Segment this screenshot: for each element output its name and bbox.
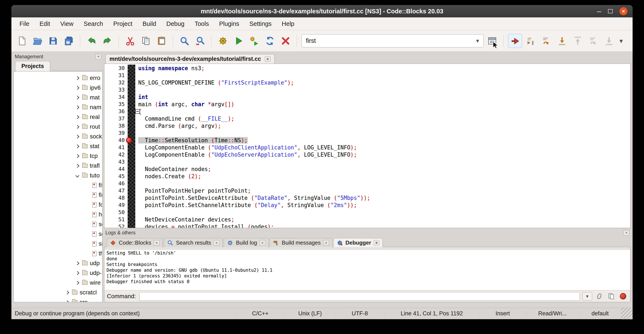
- menu-plugins[interactable]: Plugins: [214, 17, 244, 30]
- code-line-43[interactable]: 43: [104, 158, 630, 166]
- chevron-right-icon[interactable]: [65, 290, 69, 294]
- project-tree[interactable]: erroipv6matnamrealroutsockstattcptrafltu…: [14, 71, 102, 302]
- code-line-42[interactable]: 42 LogComponentEnable ("UdpEchoServerApp…: [104, 151, 630, 158]
- debug-continue-button[interactable]: [508, 34, 522, 48]
- menu-build[interactable]: Build: [138, 17, 161, 30]
- menu-edit[interactable]: Edit: [34, 17, 55, 30]
- breakpoint-margin[interactable]: [128, 151, 135, 158]
- logs-tab-search-results[interactable]: Search results×: [164, 238, 222, 247]
- logs-tab-code-blocks[interactable]: Code::Blocks×: [107, 238, 162, 247]
- tree-item-stat[interactable]: stat: [14, 141, 102, 151]
- menu-help[interactable]: Help: [277, 17, 300, 30]
- tree-item-rout[interactable]: rout: [14, 122, 102, 132]
- breakpoint-margin[interactable]: [128, 173, 135, 180]
- title-bar[interactable]: mnt/dev/tools/source/ns-3-dev/examples/t…: [12, 5, 632, 17]
- tree-item-he[interactable]: he: [14, 210, 102, 219]
- code-line-33[interactable]: 33: [104, 86, 630, 94]
- tab-close-icon[interactable]: ×: [374, 240, 379, 245]
- open-file-button[interactable]: [30, 34, 44, 48]
- code-line-32[interactable]: 32NS_LOG_COMPONENT_DEFINE ("FirstScriptE…: [104, 79, 630, 86]
- code-line-41[interactable]: 41 LogComponentEnable ("UdpEchoClientApp…: [104, 144, 630, 151]
- save-button[interactable]: [46, 34, 60, 48]
- tree-item-sock[interactable]: sock: [14, 132, 102, 141]
- tab-close-icon[interactable]: ×: [260, 240, 265, 245]
- chevron-right-icon[interactable]: [75, 86, 79, 90]
- debug-toolbar-more-button[interactable]: ▾: [618, 37, 624, 45]
- tree-item-wire[interactable]: wire: [14, 278, 102, 287]
- breakpoint-margin[interactable]: [128, 216, 135, 223]
- code-line-50[interactable]: 50: [104, 209, 630, 216]
- tree-item-udp-[interactable]: udp-: [14, 268, 102, 278]
- new-file-button[interactable]: [15, 34, 29, 48]
- breakpoint-margin[interactable]: [128, 209, 135, 216]
- run-to-cursor-button[interactable]: [524, 34, 538, 48]
- tree-item-se[interactable]: se: [14, 229, 102, 239]
- chevron-right-icon[interactable]: [75, 115, 79, 119]
- tree-item-scratcl[interactable]: scratcl: [14, 287, 102, 297]
- code-line-49[interactable]: 49 pointToPoint.SetChannelAttribute ("De…: [104, 202, 630, 209]
- chevron-right-icon[interactable]: [75, 135, 79, 138]
- resize-grip[interactable]: [621, 308, 632, 319]
- tree-item-tcp[interactable]: tcp: [14, 151, 102, 161]
- tab-projects[interactable]: Projects: [15, 61, 50, 71]
- breakpoint-margin[interactable]: [128, 65, 135, 72]
- chevron-right-icon[interactable]: [65, 300, 69, 302]
- code-line-31[interactable]: 31: [104, 72, 630, 79]
- menu-tools[interactable]: Tools: [190, 17, 214, 30]
- breakpoint-margin[interactable]: [128, 122, 135, 130]
- tree-item-nam[interactable]: nam: [14, 102, 102, 112]
- stop-debugger-button[interactable]: [618, 292, 628, 301]
- management-close-icon[interactable]: ×: [96, 54, 101, 59]
- breakpoint-margin[interactable]: [128, 180, 135, 187]
- tree-item-se[interactable]: se: [14, 219, 102, 229]
- menu-file[interactable]: File: [14, 17, 34, 30]
- logs-tab-build-messages[interactable]: Build messages×: [270, 238, 332, 247]
- abort-build-button[interactable]: [278, 34, 292, 48]
- paste-button[interactable]: [154, 34, 168, 48]
- next-instruction-button[interactable]: [586, 34, 600, 48]
- tree-item-trafl[interactable]: trafl: [14, 161, 102, 171]
- tree-item-fif[interactable]: fif: [14, 180, 102, 190]
- chevron-right-icon[interactable]: [75, 164, 79, 168]
- logs-tab-debugger[interactable]: Debugger×: [334, 238, 382, 247]
- rebuild-button[interactable]: [263, 34, 277, 48]
- chevron-right-icon[interactable]: [75, 281, 79, 285]
- menu-project[interactable]: Project: [108, 17, 138, 30]
- tree-item-th[interactable]: th: [14, 249, 102, 258]
- breakpoint-margin[interactable]: [128, 223, 135, 228]
- chevron-right-icon[interactable]: [75, 154, 79, 158]
- breakpoint-margin[interactable]: [128, 72, 135, 79]
- tree-item-real[interactable]: real: [14, 112, 102, 122]
- step-out-button[interactable]: [571, 34, 585, 48]
- chevron-down-icon[interactable]: ▾: [476, 37, 479, 44]
- tree-item-fir[interactable]: fir: [14, 190, 102, 200]
- breakpoint-margin[interactable]: [128, 187, 135, 194]
- menu-settings[interactable]: Settings: [244, 17, 277, 30]
- breakpoint-margin[interactable]: [128, 166, 135, 173]
- tree-item-erro[interactable]: erro: [14, 73, 102, 83]
- tree-item-fo[interactable]: fo: [14, 200, 102, 210]
- chevron-right-icon[interactable]: [75, 105, 79, 109]
- code-line-36[interactable]: 36{: [104, 108, 630, 115]
- tab-close-icon[interactable]: ×: [214, 240, 219, 245]
- tree-item-six[interactable]: six: [14, 239, 102, 249]
- breakpoint-margin[interactable]: [128, 108, 135, 115]
- chevron-right-icon[interactable]: [75, 144, 79, 148]
- build-and-run-button[interactable]: [247, 34, 261, 48]
- code-line-37[interactable]: 37 CommandLine cmd (__FILE__);: [104, 115, 630, 122]
- breakpoint-margin[interactable]: [128, 94, 135, 101]
- code-line-30[interactable]: 30using namespace ns3;: [104, 65, 630, 72]
- undo-button[interactable]: [85, 34, 99, 48]
- build-button[interactable]: [216, 34, 230, 48]
- code-line-34[interactable]: 34int: [104, 94, 630, 101]
- close-button[interactable]: ×: [620, 7, 628, 15]
- tree-item-tuto[interactable]: tuto: [14, 171, 102, 180]
- next-line-button[interactable]: [540, 34, 554, 48]
- debugger-log[interactable]: Setting SHELL to '/bin/sh'doneSetting br…: [104, 250, 630, 290]
- code-editor[interactable]: 30using namespace ns3;3132NS_LOG_COMPONE…: [104, 64, 630, 228]
- code-line-35[interactable]: 35main (int argc, char *argv[]): [104, 101, 630, 108]
- menu-view[interactable]: View: [55, 17, 78, 30]
- chevron-right-icon[interactable]: [75, 261, 79, 265]
- save-all-button[interactable]: [62, 34, 76, 48]
- tab-close-icon[interactable]: ×: [323, 240, 329, 245]
